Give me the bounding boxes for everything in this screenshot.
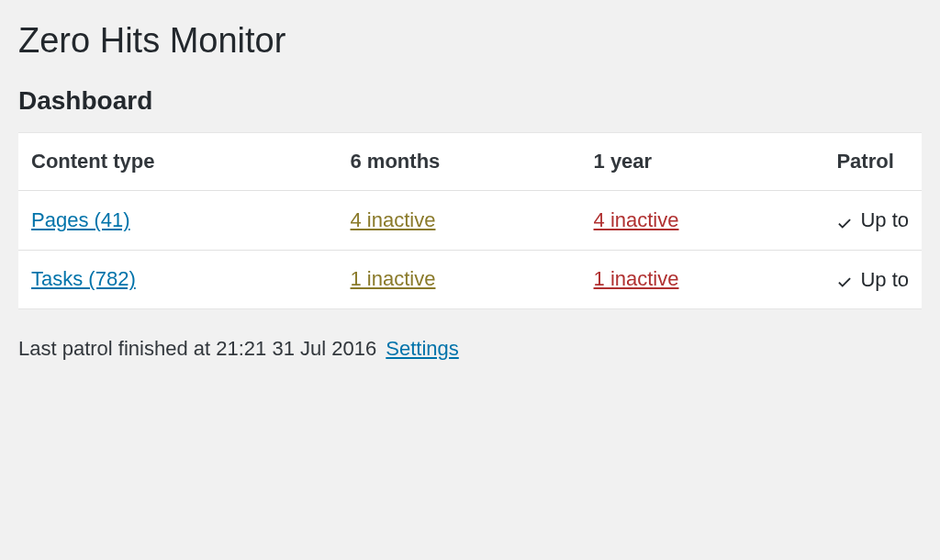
settings-link[interactable]: Settings — [386, 337, 459, 360]
check-icon — [836, 213, 853, 230]
content-type-link-tasks[interactable]: Tasks (782) — [31, 267, 136, 290]
section-title: Dashboard — [18, 86, 922, 116]
one-year-link[interactable]: 1 inactive — [594, 267, 679, 290]
column-header-one-year: 1 year — [581, 133, 824, 191]
patrol-status: Up to — [860, 268, 909, 291]
patrol-status: Up to — [860, 209, 909, 232]
dashboard-table: Content type 6 months 1 year Patrol Page… — [18, 132, 922, 308]
content-type-link-pages[interactable]: Pages (41) — [31, 208, 130, 231]
column-header-patrol: Patrol — [823, 133, 922, 191]
column-header-content-type: Content type — [18, 133, 338, 191]
table-row: Pages (41) 4 inactive 4 inactive Up to — [18, 191, 922, 250]
one-year-link[interactable]: 4 inactive — [594, 208, 679, 231]
page-title: Zero Hits Monitor — [18, 18, 922, 63]
six-months-link[interactable]: 4 inactive — [351, 208, 436, 231]
footer-note: Last patrol finished at 21:21 31 Jul 201… — [18, 337, 922, 361]
column-header-six-months: 6 months — [338, 133, 581, 191]
six-months-link[interactable]: 1 inactive — [351, 267, 436, 290]
check-icon — [836, 272, 853, 288]
table-row: Tasks (782) 1 inactive 1 inactive Up to — [18, 250, 922, 308]
last-patrol-text: Last patrol finished at 21:21 31 Jul 201… — [18, 337, 376, 360]
